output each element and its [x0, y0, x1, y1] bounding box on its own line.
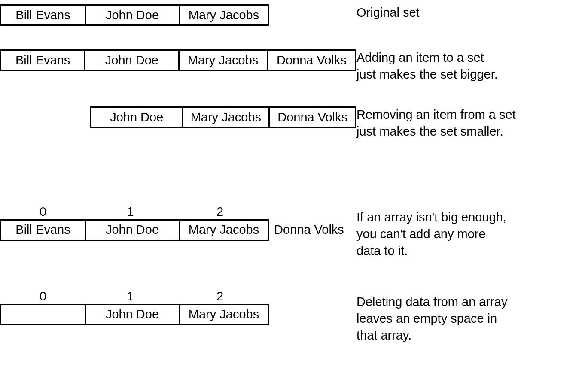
- diagram-row-add-item: Bill Evans John Doe Mary Jacobs Donna Vo…: [0, 49, 588, 83]
- caption-text: Adding an item to a set just makes the s…: [356, 49, 498, 83]
- set-container: Bill Evans John Doe Mary Jacobs Donna Vo…: [0, 49, 356, 71]
- index-row: 0 1 2: [0, 205, 356, 221]
- set-cell: Mary Jacobs: [179, 4, 269, 26]
- set-container: Bill Evans John Doe Mary Jacobs: [0, 4, 356, 26]
- index-row: 0 1 2: [0, 289, 356, 305]
- cells-group: Bill Evans John Doe Mary Jacobs Donna Vo…: [0, 219, 356, 241]
- cells-group: Bill Evans John Doe Mary Jacobs Donna Vo…: [0, 49, 356, 71]
- array-cell: John Doe: [85, 304, 180, 325]
- diagram-row-original-set: Bill Evans John Doe Mary Jacobs Original…: [0, 4, 588, 26]
- array-cell: Bill Evans: [0, 219, 86, 241]
- array-cell: Mary Jacobs: [179, 304, 269, 325]
- caption-text: Deleting data from an array leaves an em…: [356, 289, 507, 344]
- diagram-row-array-full: 0 1 2 Bill Evans John Doe Mary Jacobs Do…: [0, 205, 588, 259]
- caption-text: Removing an item from a set just makes t…: [356, 106, 516, 140]
- array-cell: John Doe: [85, 219, 180, 241]
- set-cell: Donna Volks: [268, 106, 356, 128]
- set-cell: John Doe: [84, 49, 179, 71]
- array-index: 0: [0, 205, 86, 221]
- array-index: 2: [175, 205, 265, 221]
- set-cell: Mary Jacobs: [182, 106, 270, 128]
- overflow-item: Donna Volks: [269, 219, 349, 241]
- set-cell: Mary Jacobs: [178, 49, 268, 71]
- set-cell: John Doe: [90, 106, 183, 128]
- set-cell: Bill Evans: [0, 49, 85, 71]
- array-index: 1: [85, 205, 176, 221]
- set-cell: John Doe: [85, 4, 180, 26]
- cells-group: Bill Evans John Doe Mary Jacobs: [0, 4, 356, 26]
- array-index: 2: [175, 289, 265, 305]
- set-cell: Donna Volks: [267, 49, 356, 71]
- caption-text: If an array isn't big enough, you can't …: [356, 205, 506, 259]
- cells-group: John Doe Mary Jacobs Donna Volks: [90, 106, 356, 128]
- caption-text: Original set: [356, 4, 420, 21]
- set-container: John Doe Mary Jacobs Donna Volks: [0, 106, 356, 128]
- array-index: 0: [0, 289, 86, 305]
- array-cell-empty: [0, 304, 86, 325]
- diagram-row-array-delete: 0 1 2 John Doe Mary Jacobs Deleting data…: [0, 289, 588, 344]
- array-container: 0 1 2 Bill Evans John Doe Mary Jacobs Do…: [0, 205, 356, 241]
- array-container: 0 1 2 John Doe Mary Jacobs: [0, 289, 356, 325]
- diagram-row-remove-item: John Doe Mary Jacobs Donna Volks Removin…: [0, 106, 588, 140]
- cells-group: John Doe Mary Jacobs: [0, 304, 356, 325]
- array-index: 1: [85, 289, 176, 305]
- set-cell: Bill Evans: [0, 4, 86, 26]
- array-cell: Mary Jacobs: [179, 219, 269, 241]
